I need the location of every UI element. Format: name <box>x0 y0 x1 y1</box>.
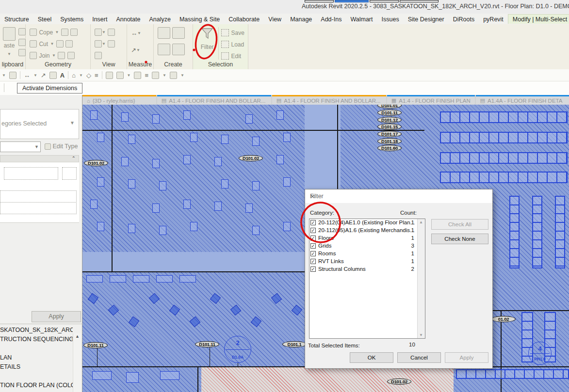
ribbon-tab-modify-multi-select[interactable]: Modify | Multi-Select <box>508 14 569 24</box>
check-all-button[interactable]: Check All <box>431 219 488 230</box>
view-tab[interactable]: ▤A1.4 - FLOOR FINISH AND BOLLAR... <box>272 95 386 105</box>
demolition-tag[interactable]: D101.17 <box>377 131 402 137</box>
apply-button[interactable]: Apply <box>32 311 81 322</box>
view-tab[interactable]: ▦A1.4 - FLOOR FINISH PLAN <box>387 95 475 105</box>
ribbon-tab-manage[interactable]: Manage <box>286 15 316 24</box>
demolition-tag[interactable]: D101.02 <box>239 155 263 161</box>
project-browser-item[interactable]: TRUCTION SEQUENCING PLA <box>0 335 73 344</box>
ribbon-tab-annotate[interactable]: Annotate <box>112 15 145 24</box>
view-visibility-icon[interactable] <box>95 29 102 36</box>
close-icon[interactable]: ✕ <box>310 193 488 200</box>
category-checkbox[interactable]: ✓ <box>310 259 316 264</box>
thin-lines-icon[interactable]: ≡ <box>95 72 98 79</box>
geometry-extra5-icon[interactable] <box>58 52 65 59</box>
ribbon-tab-pyrevit[interactable]: pyRevit <box>479 15 508 24</box>
ribbon-tab-add-ins[interactable]: Add-Ins <box>316 15 346 24</box>
ribbon-tab-structure[interactable]: Structure <box>0 15 33 24</box>
default-3d-view-icon[interactable]: ⌂ <box>72 72 76 79</box>
demolition-tag[interactable]: D101.02 <box>84 160 108 166</box>
geometry-extra-icon[interactable] <box>61 29 68 36</box>
view-tab[interactable]: ▤A1.4 - FLOOR FINISH AND BOLLAR... <box>157 95 271 105</box>
cancel-button[interactable]: Cancel <box>397 352 441 363</box>
selection-save-button[interactable]: Save <box>221 28 244 37</box>
create-parts-icon[interactable] <box>172 44 185 55</box>
demolition-tag[interactable]: D101.60 <box>377 145 402 151</box>
underlay-icon[interactable]: ≡ <box>145 72 148 79</box>
print-icon[interactable] <box>9 72 16 79</box>
filter-dialog-titlebar[interactable]: Filter ✕ <box>305 189 492 203</box>
view-extra3-icon[interactable] <box>95 52 102 59</box>
project-browser-item[interactable]: ETAILS <box>0 362 73 372</box>
ribbon-tab-diroots[interactable]: DiRoots <box>449 15 479 24</box>
callout-bubble[interactable]: 2D1.0A <box>224 336 251 363</box>
demolition-tag[interactable]: D101.11 <box>377 110 402 116</box>
type-selector[interactable]: egories Selected ▼ <box>0 109 79 139</box>
ribbon-tab-view[interactable]: View <box>264 15 286 24</box>
cut-to-clipboard-icon[interactable] <box>18 28 26 35</box>
activate-dimensions-button[interactable]: Activate Dimensions <box>17 83 82 94</box>
chevron-down-icon[interactable]: ▼ <box>180 73 184 78</box>
ribbon-tab-analyze[interactable]: Analyze <box>145 15 175 24</box>
geometry-extra6-icon[interactable] <box>67 52 75 59</box>
geometry-extra2-icon[interactable] <box>70 29 78 36</box>
demolition-tag[interactable]: D101.01 <box>377 105 402 109</box>
category-checkbox[interactable]: ✓ <box>310 251 316 256</box>
demolition-tag[interactable]: D101.11 <box>195 341 219 347</box>
properties-pin-icon[interactable]: ⌃ <box>72 156 76 161</box>
category-row[interactable]: ✓Structural Columns2 <box>309 266 425 273</box>
copy-icon[interactable] <box>18 39 26 46</box>
category-row[interactable]: ✓20-112(05)A1.6 (Existing Merchandis...1 <box>309 227 425 235</box>
category-row[interactable]: ✓Grids3 <box>309 242 425 250</box>
callout-bubble[interactable]: 4PH1.0 <box>528 342 552 365</box>
close-hidden-windows-icon[interactable] <box>106 72 113 79</box>
demolition-tag[interactable]: D101.18 <box>377 138 402 144</box>
ribbon-tab-massing-site[interactable]: Massing & Site <box>175 15 224 24</box>
ribbon-tab-site-designer[interactable]: Site Designer <box>404 15 449 24</box>
text-icon[interactable]: A <box>60 72 65 79</box>
create-group-icon[interactable] <box>158 27 170 39</box>
dimension-icon[interactable]: ↔ <box>24 72 30 79</box>
type-filter-combo[interactable]: ▼ <box>0 141 41 152</box>
chevron-down-icon[interactable]: ▼ <box>33 73 37 78</box>
scroll-up-icon[interactable]: ▲ <box>419 220 423 224</box>
ribbon-tab-systems[interactable]: Systems <box>56 15 88 24</box>
dialog-apply-button[interactable]: Apply <box>445 352 488 363</box>
category-list[interactable]: ✓20-112(04)AE1.0 (Existing Floor Plan...… <box>309 219 425 339</box>
chevron-down-icon[interactable]: ▼ <box>127 73 131 78</box>
scroll-up-icon[interactable]: ▲ <box>75 334 80 339</box>
ribbon-tab-issues[interactable]: Issues <box>377 15 404 24</box>
match-properties-icon[interactable] <box>18 49 26 56</box>
chevron-down-icon[interactable]: ▼ <box>79 73 83 78</box>
category-list-scrollbar[interactable]: ▲ ▼ <box>417 219 425 338</box>
create-similar-icon[interactable] <box>172 27 185 39</box>
measure-dimension-icon[interactable]: ↔ <box>131 30 137 37</box>
category-row[interactable]: ✓20-112(04)AE1.0 (Existing Floor Plan...… <box>309 219 425 227</box>
chevron-down-icon[interactable]: ▼ <box>2 73 6 78</box>
demolition-tag[interactable]: D101.11 <box>83 342 108 348</box>
category-checkbox[interactable]: ✓ <box>310 235 316 241</box>
category-row[interactable]: ✓RVT Links1 <box>309 258 425 266</box>
chevron-down-icon[interactable]: ▼ <box>163 73 166 78</box>
tag-icon[interactable] <box>49 72 57 79</box>
measure-icon[interactable]: ↗ <box>41 72 46 79</box>
category-checkbox[interactable]: ✓ <box>310 243 316 249</box>
demolition-tag[interactable]: 01.02 <box>491 316 516 322</box>
edit-type-button[interactable]: Edit Type <box>45 143 78 150</box>
category-row[interactable]: ✓Rooms1 <box>309 250 425 258</box>
demolition-tag[interactable]: D101.1 <box>282 341 307 347</box>
switch-windows-icon[interactable] <box>116 72 124 79</box>
keynote-icon[interactable] <box>152 72 159 79</box>
brush-icon[interactable] <box>170 72 177 79</box>
scroll-down-icon[interactable]: ▼ <box>419 333 423 337</box>
tile-windows-icon[interactable] <box>134 72 141 79</box>
view-extra2-icon[interactable] <box>108 40 115 47</box>
section-marker-icon[interactable]: ◇ <box>86 72 91 79</box>
ribbon-tab-insert[interactable]: Insert <box>88 15 112 24</box>
project-browser-scrollbar[interactable]: ▲ <box>73 333 81 392</box>
measure-between-icon[interactable]: ↗ <box>131 47 136 54</box>
geometry-extra4-icon[interactable] <box>65 40 73 47</box>
demolition-tag[interactable]: D101.02 <box>387 378 411 385</box>
ribbon-tab-walmart[interactable]: Walmart <box>346 15 377 24</box>
project-browser-item[interactable]: LAN <box>0 353 73 362</box>
view-tab[interactable]: ▤A1.4A - FLOOR FINISH DETA <box>476 95 569 105</box>
